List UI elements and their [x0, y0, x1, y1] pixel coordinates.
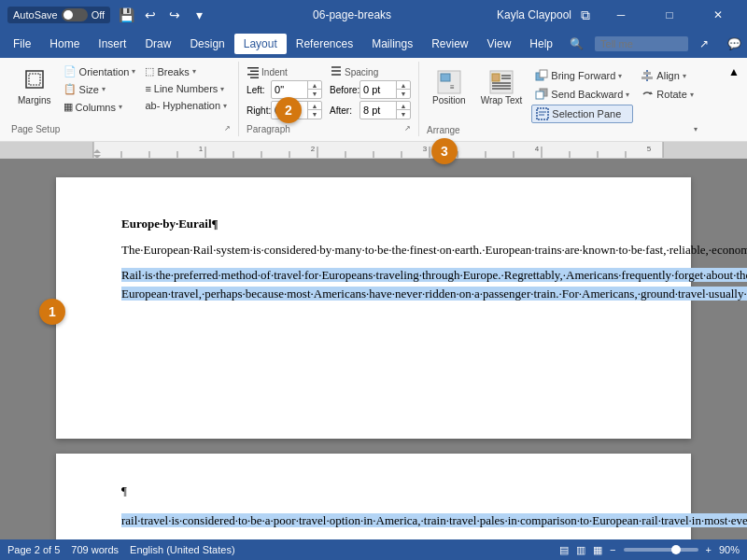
search-input[interactable] — [595, 36, 688, 51]
svg-rect-10 — [441, 74, 450, 81]
menu-file[interactable]: File — [4, 34, 40, 54]
spacing-after-up[interactable]: ▲ — [397, 102, 410, 110]
document-area: Europe·by·Eurail¶ The·European·Rail·syst… — [0, 159, 747, 551]
page-1-para2-selected: Rail·is·the·preferred·method·of·travel·f… — [121, 268, 747, 301]
page-setup-col: 📄 Orientation ▾ 📋 Size ▾ ▦ Columns ▾ — [60, 63, 140, 115]
close-button[interactable]: ✕ — [697, 0, 740, 30]
menu-review[interactable]: Review — [422, 34, 477, 54]
indent-right-up[interactable]: ▲ — [308, 102, 321, 110]
svg-rect-4 — [247, 74, 259, 76]
title-bar-right: Kayla Claypool ⧉ ─ □ ✕ — [497, 0, 740, 30]
indent-left-input[interactable] — [272, 83, 307, 96]
paragraph-expand-icon[interactable]: ↗ — [404, 124, 411, 133]
size-button[interactable]: 📋 Size ▾ — [60, 81, 140, 97]
spacing-after-arrows: ▲ ▼ — [396, 102, 410, 119]
svg-rect-21 — [540, 70, 547, 77]
menu-view[interactable]: View — [478, 34, 521, 54]
wrap-text-icon — [488, 69, 514, 95]
arrange-expand-icon[interactable]: ▾ — [694, 125, 698, 133]
indent-left-spinner[interactable]: ▲ ▼ — [271, 80, 322, 99]
indent-right-down[interactable]: ▼ — [308, 110, 321, 119]
page-setup-group: Margins 📄 Orientation ▾ 📋 Size ▾ ▦ Colum… — [4, 62, 239, 136]
menu-right: 🔍 ↗ 💬 — [562, 34, 747, 54]
columns-button[interactable]: ▦ Columns ▾ — [60, 99, 140, 115]
page-setup-items: Margins 📄 Orientation ▾ 📋 Size ▾ ▦ Colum… — [11, 63, 231, 122]
comment-button[interactable]: 💬 — [720, 34, 747, 54]
margins-button[interactable]: Margins — [11, 63, 58, 110]
share-button[interactable]: ↗ — [692, 34, 716, 54]
menu-references[interactable]: References — [287, 34, 362, 54]
menu-mailings[interactable]: Mailings — [362, 34, 422, 54]
spacing-before-down[interactable]: ▼ — [397, 90, 410, 98]
align-chevron: ▾ — [683, 72, 686, 80]
print-layout-icon[interactable]: ▥ — [576, 544, 585, 556]
breaks-button[interactable]: ⬚ Breaks ▾ — [141, 63, 231, 79]
minimize-button[interactable]: ─ — [599, 0, 642, 30]
arrange-label-row: Arrange ▾ — [427, 123, 698, 135]
orientation-label: Orientation — [79, 66, 130, 77]
svg-rect-23 — [536, 91, 543, 99]
spacing-before-up[interactable]: ▲ — [397, 81, 410, 90]
menu-home[interactable]: Home — [40, 34, 89, 54]
autosave-toggle[interactable] — [62, 8, 88, 21]
selection-pane-icon — [536, 107, 549, 120]
undo-button[interactable]: ↩ — [142, 7, 159, 23]
size-label: Size — [79, 84, 99, 95]
spacing-before-input[interactable] — [360, 83, 396, 96]
page-1-title: Europe·by·Eurail¶ — [121, 215, 626, 233]
spacing-after-down[interactable]: ▼ — [397, 110, 410, 119]
save-button[interactable]: 💾 — [118, 7, 134, 23]
columns-icon: ▦ — [63, 101, 73, 113]
menu-layout[interactable]: Layout — [234, 34, 287, 54]
spacing-after-input[interactable] — [360, 104, 396, 117]
page-2-para1: rail·travel·is·considered·to·be·a·poor·t… — [121, 511, 626, 530]
zoom-minus-button[interactable]: − — [610, 544, 615, 555]
page-setup-col2: ⬚ Breaks ▾ ≡ Line Numbers ▾ ab- Hyphenat… — [141, 63, 231, 113]
selection-pane-button[interactable]: Selection Pane — [531, 105, 633, 123]
align-button[interactable]: Align ▾ — [637, 67, 697, 84]
position-icon: ≡ — [436, 69, 462, 95]
orientation-button[interactable]: 📄 Orientation ▾ — [60, 63, 140, 79]
ruler-svg: 1 2 3 4 5 — [0, 142, 747, 159]
rotate-button[interactable]: Rotate ▾ — [637, 86, 697, 103]
restore-button[interactable]: ⧉ — [577, 7, 594, 23]
wrap-col: Wrap Text — [475, 65, 529, 109]
svg-text:4: 4 — [535, 145, 540, 153]
menu-draw[interactable]: Draw — [135, 34, 180, 54]
page-setup-expand-icon[interactable]: ↗ — [224, 124, 231, 133]
position-label: Position — [432, 95, 466, 105]
line-numbers-button[interactable]: ≡ Line Numbers ▾ — [141, 81, 231, 96]
indent-label-row: Indent — [247, 65, 322, 78]
breaks-label: Breaks — [157, 66, 189, 77]
menu-help[interactable]: Help — [520, 34, 562, 54]
orientation-chevron: ▾ — [132, 67, 135, 76]
web-layout-icon[interactable]: ▦ — [593, 544, 602, 556]
spacing-before-spinner[interactable]: ▲ ▼ — [359, 80, 411, 99]
send-backward-icon — [535, 88, 548, 101]
bring-forward-button[interactable]: Bring Forward ▾ — [531, 67, 633, 84]
maximize-button[interactable]: □ — [648, 0, 691, 30]
zoom-plus-button[interactable]: + — [706, 544, 712, 555]
position-button[interactable]: ≡ Position — [427, 65, 472, 109]
collapse-ribbon-button[interactable]: ▲ — [725, 62, 743, 82]
redo-button[interactable]: ↪ — [166, 7, 183, 23]
page-info: Page 2 of 5 — [7, 544, 60, 555]
zoom-slider[interactable] — [624, 548, 698, 552]
indent-left-label: Left: — [247, 85, 269, 95]
menu-design[interactable]: Design — [180, 34, 233, 54]
more-button[interactable]: ▾ — [190, 7, 207, 23]
send-backward-button[interactable]: Send Backward ▾ — [531, 86, 633, 103]
indent-left-up[interactable]: ▲ — [308, 81, 321, 90]
read-mode-icon[interactable]: ▤ — [559, 544, 569, 556]
indent-left-down[interactable]: ▼ — [308, 90, 321, 98]
indent-icon — [247, 65, 260, 78]
wrap-text-button[interactable]: Wrap Text — [475, 65, 529, 109]
margins-label: Margins — [18, 95, 51, 105]
line-numbers-icon: ≡ — [145, 83, 150, 94]
position-col: ≡ Position — [427, 65, 472, 109]
spacing-after-spinner[interactable]: ▲ ▼ — [359, 101, 411, 119]
menu-insert[interactable]: Insert — [89, 34, 135, 54]
breaks-chevron: ▾ — [192, 67, 196, 76]
spacing-before-label: Before: — [330, 85, 358, 95]
hyphenation-button[interactable]: ab- Hyphenation ▾ — [141, 98, 231, 113]
